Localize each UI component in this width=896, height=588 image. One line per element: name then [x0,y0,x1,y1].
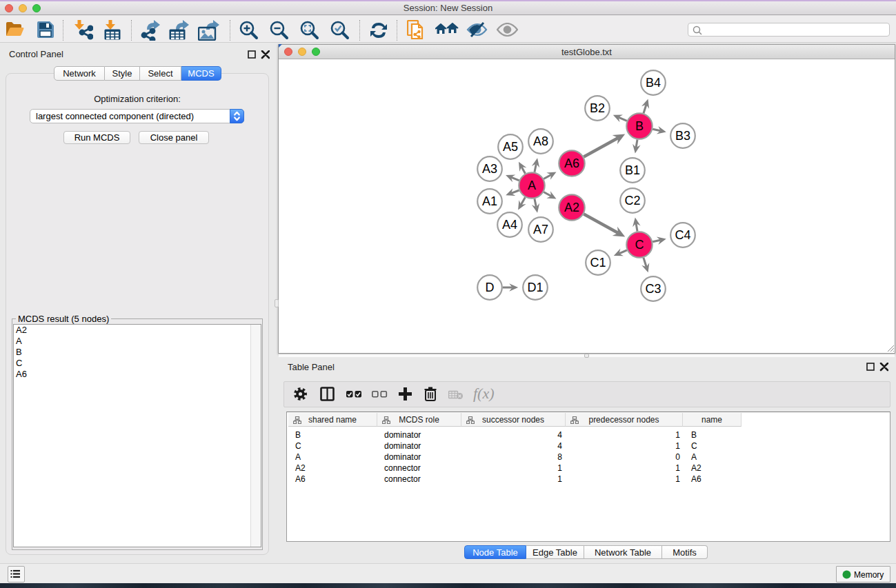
svg-text:A2: A2 [564,201,579,214]
svg-text:B: B [635,119,644,133]
svg-text:A1: A1 [482,194,497,208]
svg-text:A4: A4 [502,218,517,232]
svg-text:A3: A3 [482,162,497,176]
svg-text:C1: C1 [590,256,606,270]
svg-text:C: C [635,238,644,252]
svg-text:B4: B4 [646,76,661,90]
svg-text:C2: C2 [624,194,640,207]
svg-text:B2: B2 [590,101,605,115]
svg-text:A8: A8 [533,134,548,148]
svg-text:C3: C3 [645,282,661,296]
svg-text:A6: A6 [564,156,579,170]
svg-text:A7: A7 [533,223,548,236]
svg-text:C4: C4 [675,228,690,242]
svg-text:A: A [528,179,536,192]
svg-text:B3: B3 [675,129,690,143]
svg-text:A5: A5 [503,140,518,154]
svg-text:D: D [486,281,495,294]
svg-text:B1: B1 [625,163,640,177]
svg-text:D1: D1 [527,281,543,294]
